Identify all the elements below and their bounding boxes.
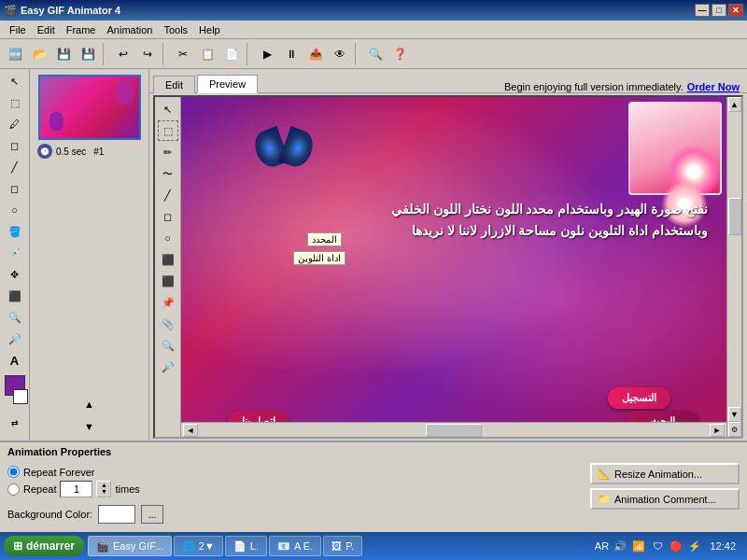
help-button[interactable]: ❓: [388, 43, 411, 65]
comment-label: Animation Comment...: [614, 494, 716, 505]
scroll-thumb-v[interactable]: [728, 198, 741, 235]
start-label: démarrer: [26, 539, 75, 553]
zoom-out-canvas[interactable]: 🔎: [158, 357, 178, 377]
menu-tools[interactable]: Tools: [158, 22, 193, 37]
paint-tool[interactable]: 🖊: [5, 114, 25, 134]
network-icon: 🔊: [613, 539, 627, 553]
animation-comment-button[interactable]: 📁 Animation Comment...: [590, 488, 740, 510]
taskbar-app4[interactable]: 🖼 P.: [323, 536, 362, 556]
stamp-large-tool[interactable]: ⬛: [158, 271, 178, 291]
menu-help[interactable]: Help: [193, 22, 226, 37]
undo-button[interactable]: ↩: [112, 43, 134, 65]
repeat-times-row: Repeat ▲▼ times: [7, 481, 583, 497]
move-frame-up[interactable]: ▲: [79, 394, 100, 414]
canvas-settings[interactable]: ⚙: [728, 422, 741, 437]
stamp-small-tool[interactable]: ⬛: [158, 249, 178, 270]
cut-button[interactable]: ✂: [172, 43, 194, 65]
place-tool[interactable]: 📌: [158, 292, 178, 313]
select-rect-tool[interactable]: ⬚: [158, 120, 178, 141]
preview-button[interactable]: 👁: [329, 43, 351, 65]
properties-content: Repeat Forever Repeat ▲▼ times Backgroun…: [7, 463, 740, 524]
scroll-thumb-h[interactable]: [426, 424, 482, 437]
stamp-tool[interactable]: ⬛: [5, 286, 25, 306]
frame-clock-icon: 🕐: [37, 144, 52, 159]
save-as-button[interactable]: 💾: [77, 43, 99, 65]
toolbar-sep-2: [162, 43, 168, 65]
tool-label-paint: اداة التلوين: [293, 251, 345, 265]
repeat-spinner[interactable]: ▲▼: [96, 481, 111, 497]
repeat-forever-radio[interactable]: [7, 466, 20, 478]
select-tool[interactable]: ↖: [5, 71, 25, 91]
toolbar-sep-1: [103, 43, 108, 65]
paste-button[interactable]: 📄: [220, 43, 243, 65]
line-tool[interactable]: ╱: [5, 157, 25, 177]
bg-color-swatch[interactable]: [98, 505, 135, 524]
maximize-button[interactable]: □: [712, 4, 726, 17]
tab-preview[interactable]: Preview: [197, 75, 258, 93]
zoom-out-tool[interactable]: 🔎: [5, 329, 25, 349]
lang-indicator[interactable]: AR: [594, 539, 609, 553]
vertical-scrollbar[interactable]: ▲ ▼ ⚙: [726, 97, 741, 437]
menu-edit[interactable]: Edit: [32, 22, 61, 37]
export-button[interactable]: 📤: [304, 43, 327, 65]
zoom-button[interactable]: 🔍: [364, 43, 387, 65]
repeat-times-radio[interactable]: [7, 483, 20, 496]
oval-tool[interactable]: ○: [5, 200, 25, 220]
swap-colors[interactable]: ⇄: [5, 413, 25, 433]
menu-frame[interactable]: Frame: [61, 22, 102, 37]
save-button[interactable]: 💾: [52, 43, 75, 65]
taskbar-app3[interactable]: 📧 A E.: [269, 536, 321, 556]
place2-tool[interactable]: 📎: [158, 314, 178, 334]
close-button[interactable]: ✕: [728, 4, 743, 17]
title-bar-buttons[interactable]: — □ ✕: [695, 4, 743, 17]
menu-animation[interactable]: Animation: [101, 22, 158, 37]
toolbar-sep-4: [355, 43, 360, 65]
draw-line-tool[interactable]: ╱: [158, 185, 178, 205]
scroll-up[interactable]: ▲: [728, 97, 741, 112]
repeat-forever-row: Repeat Forever: [7, 466, 583, 478]
taskbar-ie[interactable]: 🌐 2▼: [174, 536, 223, 556]
horizontal-scrollbar[interactable]: ◄ ►: [181, 422, 726, 437]
background-color[interactable]: [13, 389, 28, 404]
scroll-left[interactable]: ◄: [183, 424, 198, 437]
pencil-tool[interactable]: ✏: [158, 142, 178, 162]
stop-button[interactable]: ⏸: [280, 43, 303, 65]
taskbar-gif-icon: 🎬: [96, 540, 109, 553]
bg-color-browse[interactable]: ...: [141, 505, 163, 524]
draw-oval-tool[interactable]: ○: [158, 228, 178, 248]
copy-button[interactable]: 📋: [196, 43, 218, 65]
resize-label: Resize Animation...: [614, 469, 702, 480]
scroll-right[interactable]: ►: [710, 424, 725, 437]
tab-edit[interactable]: Edit: [153, 76, 195, 93]
play-button[interactable]: ▶: [256, 43, 278, 65]
promo-bar: Begin enjoying full version immediately.…: [497, 81, 747, 92]
move-tool[interactable]: ✥: [5, 264, 25, 285]
shape-tool[interactable]: ◻: [5, 178, 25, 199]
properties-right: 📐 Resize Animation... 📁 Animation Commen…: [590, 463, 740, 524]
start-button[interactable]: ⊞ démarrer: [4, 536, 84, 556]
redo-button[interactable]: ↪: [136, 43, 159, 65]
menu-file[interactable]: File: [4, 22, 32, 37]
zoom-in-tool[interactable]: 🔍: [5, 307, 25, 328]
resize-animation-button[interactable]: 📐 Resize Animation...: [590, 463, 740, 484]
marquee-tool[interactable]: ⬚: [5, 92, 25, 113]
minimize-button[interactable]: —: [695, 4, 710, 17]
fill-tool[interactable]: 🪣: [5, 221, 25, 242]
eraser-tool[interactable]: ◻: [5, 135, 25, 156]
open-button[interactable]: 📂: [28, 43, 50, 65]
order-now-link[interactable]: Order Now: [687, 81, 740, 92]
repeat-forever-label: Repeat Forever: [23, 467, 94, 478]
toolbox: ↖ ⬚ 🖊 ◻ ╱ ◻ ○ 🪣 💉 ✥ ⬛ 🔍 🔎 A ⇄: [0, 69, 30, 441]
text-tool[interactable]: A: [5, 350, 25, 371]
repeat-count-input[interactable]: [60, 481, 92, 497]
new-button[interactable]: 🆕: [4, 43, 26, 65]
eyedropper-tool[interactable]: 💉: [5, 243, 25, 263]
taskbar-gif-animator[interactable]: 🎬 Easy GIF...: [88, 536, 172, 556]
move-frame-down[interactable]: ▼: [79, 416, 100, 437]
taskbar-app2[interactable]: 📄 L.: [225, 536, 267, 556]
scroll-down[interactable]: ▼: [728, 407, 741, 422]
arrow-tool[interactable]: ↖: [158, 99, 178, 119]
zoom-in-canvas[interactable]: 🔍: [158, 335, 178, 356]
draw-shape-tool[interactable]: ◻: [158, 206, 178, 227]
curve-tool[interactable]: 〜: [158, 163, 178, 184]
